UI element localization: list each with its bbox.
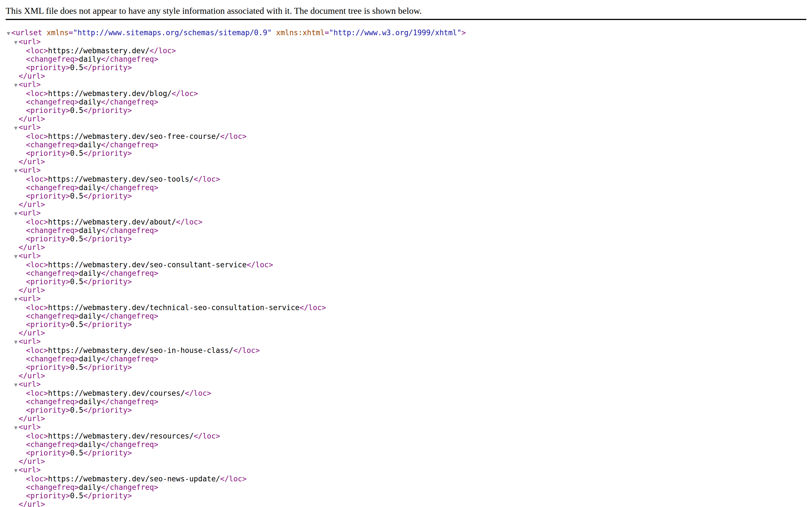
url-open-tag: <url>: [18, 251, 41, 260]
angle-bracket: </: [18, 72, 28, 80]
angle-bracket: >: [322, 303, 326, 312]
angle-bracket: <: [26, 320, 31, 329]
angle-bracket: >: [74, 483, 79, 492]
loc-value: https://webmastery.dev/seo-consultant-se…: [48, 261, 246, 269]
tag-name: priority: [31, 149, 66, 158]
angle-bracket: >: [41, 286, 45, 294]
changefreq-open-tag: <changefreq>: [26, 355, 79, 363]
angle-bracket: >: [154, 483, 158, 492]
angle-bracket: <: [26, 149, 31, 158]
url-open-line: ▼<url>: [18, 166, 812, 175]
loc-close-tag: </loc>: [300, 303, 326, 312]
tag-name: changefreq: [31, 226, 75, 235]
changefreq-line: <changefreq>daily</changefreq>: [26, 355, 812, 363]
collapse-arrow-icon[interactable]: ▼: [7, 38, 18, 47]
priority-open-tag: <priority>: [26, 363, 70, 372]
angle-bracket: </: [300, 303, 308, 312]
priority-value: 0.5: [70, 363, 84, 372]
angle-bracket: >: [128, 320, 132, 329]
angle-bracket: >: [74, 355, 79, 363]
angle-bracket: >: [269, 261, 273, 269]
loc-open-tag: <loc>: [26, 218, 48, 226]
tag-name: changefreq: [110, 98, 154, 106]
tag-name: priority: [31, 63, 66, 72]
urlset-children: ▼<url><loc>https://webmastery.dev/</loc>…: [18, 38, 812, 507]
loc-close-tag: </loc>: [247, 261, 273, 269]
tag-name: changefreq: [110, 183, 154, 192]
priority-line: <priority>0.5</priority>: [26, 363, 812, 372]
priority-value: 0.5: [70, 406, 84, 414]
angle-bracket: <: [26, 440, 31, 449]
angle-bracket: <: [26, 492, 31, 500]
collapse-arrow-icon[interactable]: ▼: [7, 209, 18, 218]
priority-line: <priority>0.5</priority>: [26, 149, 812, 158]
loc-open-tag: <loc>: [26, 89, 48, 98]
collapse-arrow-icon[interactable]: ▼: [7, 338, 18, 346]
tag-name: url: [23, 423, 36, 431]
priority-close-tag: </priority>: [84, 106, 132, 115]
collapse-arrow-icon[interactable]: ▼: [7, 252, 18, 261]
tag-name: priority: [31, 320, 66, 329]
angle-bracket: >: [74, 440, 79, 449]
url-close-line: </url>: [18, 158, 812, 166]
angle-bracket: </: [101, 140, 110, 149]
angle-bracket: >: [198, 218, 203, 226]
angle-bracket: >: [74, 140, 79, 149]
priority-open-tag: <priority>: [26, 492, 70, 500]
collapse-arrow-icon[interactable]: ▼: [7, 166, 18, 175]
attribute-value-text: http://www.sitemaps.org/schemas/sitemap/…: [78, 29, 267, 37]
collapse-arrow-icon[interactable]: ▼: [7, 124, 18, 132]
collapse-arrow-icon[interactable]: ▼: [7, 381, 18, 389]
priority-line: <priority>0.5</priority>: [26, 235, 812, 243]
changefreq-line: <changefreq>daily</changefreq>: [26, 140, 812, 149]
angle-bracket: >: [154, 55, 158, 63]
url-node: ▼<url><loc>https://webmastery.dev/seo-to…: [18, 166, 812, 209]
angle-bracket: >: [74, 183, 79, 192]
collapse-arrow-icon[interactable]: ▼: [7, 424, 18, 432]
tag-name: priority: [31, 277, 66, 286]
angle-bracket: >: [462, 29, 466, 37]
angle-bracket: >: [36, 251, 41, 260]
changefreq-close-tag: </changefreq>: [101, 55, 158, 63]
angle-bracket: </: [101, 355, 110, 363]
tag-name: priority: [92, 63, 128, 72]
changefreq-line: <changefreq>daily</changefreq>: [26, 483, 812, 492]
angle-bracket: >: [44, 474, 48, 483]
collapse-arrow-icon[interactable]: ▼: [7, 295, 18, 303]
quote: ": [329, 29, 334, 37]
priority-value: 0.5: [70, 492, 84, 500]
loc-line: <loc>https://webmastery.dev/seo-free-cou…: [26, 132, 812, 140]
tag-name: changefreq: [110, 55, 154, 63]
angle-bracket: <: [11, 29, 16, 37]
changefreq-value: daily: [79, 312, 101, 320]
angle-bracket: >: [154, 355, 158, 363]
angle-bracket: >: [36, 337, 41, 346]
url-close-line: </url>: [18, 329, 812, 337]
loc-line: <loc>https://webmastery.dev/about/</loc>: [26, 218, 812, 226]
angle-bracket: </: [149, 47, 158, 55]
changefreq-open-tag: <changefreq>: [26, 483, 79, 492]
loc-value: https://webmastery.dev/seo-tools/: [48, 175, 194, 183]
angle-bracket: >: [154, 183, 158, 192]
changefreq-line: <changefreq>daily</changefreq>: [26, 98, 812, 106]
collapse-arrow-icon[interactable]: ▼: [0, 29, 11, 38]
loc-line: <loc>https://webmastery.dev/seo-tools/</…: [26, 175, 812, 183]
collapse-arrow-icon[interactable]: ▼: [7, 466, 18, 474]
tag-name: url: [28, 414, 41, 423]
url-node: ▼<url><loc>https://webmastery.dev/seo-co…: [18, 251, 812, 294]
angle-bracket: <: [26, 140, 31, 149]
angle-bracket: </: [101, 440, 110, 449]
url-close-tag: </url>: [18, 414, 45, 423]
angle-bracket: </: [84, 192, 92, 200]
angle-bracket: <: [18, 294, 23, 303]
tag-name: changefreq: [110, 397, 154, 406]
angle-bracket: <: [18, 209, 23, 217]
collapse-arrow-icon[interactable]: ▼: [7, 81, 18, 89]
priority-open-tag: <priority>: [26, 149, 70, 158]
tag-name: priority: [31, 492, 66, 500]
angle-bracket: >: [128, 492, 132, 500]
loc-value: https://webmastery.dev/seo-news-update/: [48, 474, 220, 483]
loc-value: https://webmastery.dev/courses/: [48, 389, 185, 397]
tag-name: loc: [31, 432, 44, 440]
changefreq-value: daily: [79, 440, 101, 449]
